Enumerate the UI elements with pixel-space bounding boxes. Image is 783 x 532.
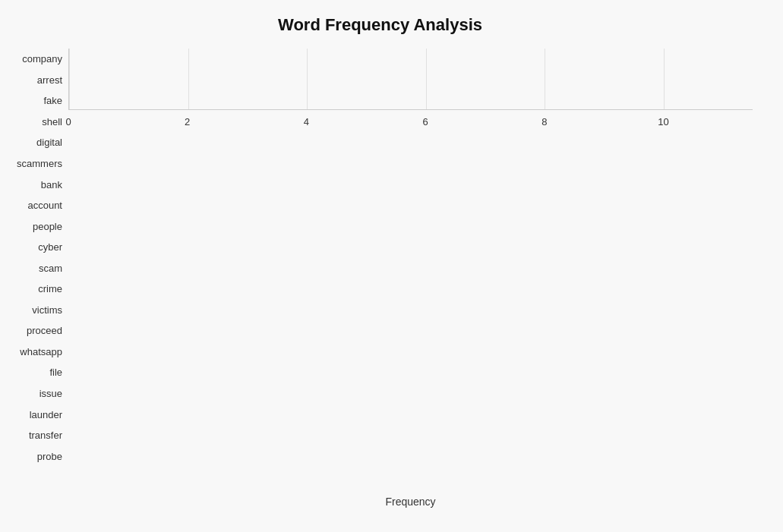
bar-row — [69, 106, 753, 109]
y-label: arrest — [37, 75, 62, 85]
y-label: transfer — [29, 430, 62, 440]
chart-container: Word Frequency Analysis companyarrestfak… — [0, 0, 783, 532]
y-label: digital — [36, 137, 62, 147]
y-label: probe — [37, 452, 62, 461]
chart-title: Word Frequency Analysis — [8, 15, 753, 35]
y-label: shell — [42, 117, 62, 127]
y-label: account — [27, 200, 62, 210]
y-label: victims — [32, 305, 62, 315]
x-axis-tick-label: 10 — [658, 116, 668, 127]
grid-line — [545, 49, 545, 109]
x-axis-tick-label: 4 — [304, 116, 309, 127]
grid-line — [307, 49, 308, 109]
grid-line — [69, 49, 70, 109]
y-label: crime — [38, 284, 62, 294]
grid-line — [188, 49, 189, 109]
y-label: scammers — [17, 159, 62, 168]
y-label: issue — [39, 389, 62, 398]
x-axis-tick-label: 0 — [65, 116, 71, 127]
x-axis-tick-label: 2 — [185, 116, 190, 127]
y-label: cyber — [38, 242, 62, 252]
grid-line — [426, 49, 427, 109]
y-label: whatsapp — [20, 347, 62, 357]
y-label: company — [22, 54, 62, 64]
x-axis-tick-label: 8 — [541, 116, 547, 127]
grid-line — [664, 49, 665, 109]
y-label: file — [49, 367, 62, 377]
y-label: scam — [39, 263, 62, 273]
y-label: proceed — [27, 326, 62, 335]
y-label: people — [33, 222, 62, 231]
y-label: bank — [41, 180, 62, 190]
y-label: fake — [43, 96, 62, 105]
y-label: launder — [30, 410, 62, 420]
chart-body: companyarrestfakeshelldigitalscammersban… — [8, 49, 753, 467]
x-axis-title: Frequency — [68, 496, 753, 508]
y-labels: companyarrestfakeshelldigitalscammersban… — [8, 49, 68, 467]
bars-area — [68, 49, 753, 110]
x-axis-tick-label: 6 — [422, 116, 428, 127]
